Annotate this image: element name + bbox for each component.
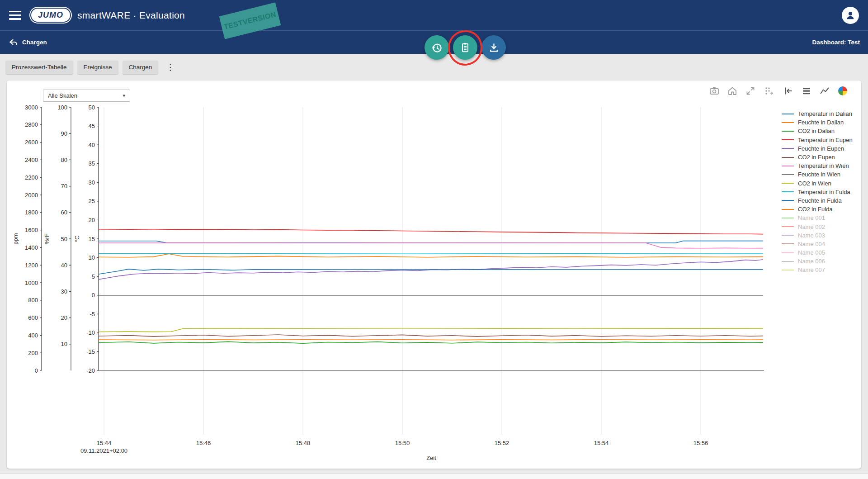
svg-text:400: 400	[28, 332, 38, 339]
chart-toolbar	[708, 85, 849, 97]
legend-item[interactable]: Name 007	[782, 266, 853, 274]
chart-canvas[interactable]: 15:4415:4615:4815:5015:5215:5415:5609.11…	[7, 81, 861, 469]
series-co2-in-eupen	[99, 335, 763, 337]
legend-label: Name 007	[798, 266, 825, 273]
legend-item[interactable]: Feuchte in Eupen	[782, 144, 853, 153]
snap-points-button[interactable]	[763, 85, 774, 97]
legend-item[interactable]: Name 002	[782, 222, 853, 231]
svg-text:15:54: 15:54	[594, 440, 609, 446]
svg-text:20: 20	[89, 217, 95, 223]
legend-label: Name 001	[798, 214, 825, 221]
back-arrow-icon	[8, 38, 18, 47]
top-bar: JUMO smartWARE · Evaluation	[0, 0, 868, 30]
legend-swatch	[782, 209, 794, 210]
rows-icon	[801, 85, 812, 96]
tab-prozesswert-tabelle[interactable]: Prozesswert-Tabelle	[5, 61, 73, 74]
legend-swatch	[782, 148, 794, 149]
legend-swatch	[782, 114, 794, 114]
palette-icon	[838, 86, 847, 95]
svg-text:35: 35	[89, 160, 95, 167]
scale-select[interactable]: Alle Skalen	[43, 90, 130, 102]
legend-label: Temperatur in Fulda	[798, 189, 850, 195]
tab-chargen[interactable]: Chargen	[123, 61, 159, 74]
legend-item[interactable]: CO2 in Dalian	[782, 127, 853, 135]
svg-text:40: 40	[61, 262, 67, 269]
home-button[interactable]	[726, 85, 738, 97]
svg-text:ppm: ppm	[12, 233, 19, 244]
curve-style-button[interactable]	[819, 85, 830, 97]
legend-item[interactable]: CO2 in Eupen	[782, 153, 853, 161]
svg-text:1800: 1800	[25, 209, 38, 216]
legend-swatch	[782, 122, 794, 123]
legend-swatch	[782, 200, 794, 201]
svg-text:800: 800	[28, 297, 38, 304]
svg-text:15: 15	[89, 236, 95, 242]
history-button[interactable]	[425, 35, 449, 60]
svg-text:15:48: 15:48	[296, 440, 311, 446]
legend-swatch	[782, 226, 794, 227]
fit-to-screen-button[interactable]	[745, 85, 756, 97]
legend-swatch	[782, 139, 794, 140]
series-co2-in-fulda	[99, 340, 763, 340]
svg-text:15:50: 15:50	[395, 440, 410, 446]
svg-text:70: 70	[61, 183, 67, 190]
svg-text:15:44: 15:44	[97, 440, 112, 446]
series-feuchte-in-dalian	[99, 254, 763, 257]
svg-text:°C: °C	[74, 236, 80, 242]
svg-text:2600: 2600	[25, 139, 38, 146]
legend-swatch	[782, 235, 794, 236]
chevron-down-icon	[123, 93, 125, 99]
series-temperatur-in-wien	[99, 243, 763, 248]
more-options-icon[interactable]	[166, 63, 175, 71]
legend-swatch	[782, 243, 794, 244]
legend-item[interactable]: Feuchte in Dalian	[782, 118, 853, 127]
legend-item[interactable]: Name 004	[782, 240, 853, 248]
expand-arrows-icon	[745, 85, 756, 96]
svg-text:09.11.2021+02:00: 09.11.2021+02:00	[80, 447, 127, 454]
svg-text:50: 50	[61, 236, 67, 242]
legend-item[interactable]: Name 001	[782, 213, 853, 222]
legend-item[interactable]: Feuchte in Fulda	[782, 196, 853, 205]
legend-item[interactable]: Temperatur in Fulda	[782, 188, 853, 196]
legend-swatch	[782, 166, 794, 166]
screenshot-button[interactable]	[708, 85, 720, 97]
legend-label: Temperatur in Eupen	[798, 137, 853, 143]
svg-text:30: 30	[89, 179, 95, 186]
legend-item[interactable]: CO2 in Fulda	[782, 205, 853, 213]
tab-ereignisse[interactable]: Ereignisse	[77, 61, 118, 74]
download-button[interactable]	[481, 35, 506, 60]
svg-text:2800: 2800	[25, 121, 38, 128]
legend-item[interactable]: Feuchte in Wien	[782, 170, 853, 179]
svg-text:200: 200	[28, 350, 38, 356]
horizontal-scrollbar[interactable]	[0, 473, 868, 479]
back-label: Chargen	[22, 39, 47, 46]
axis-start-button[interactable]	[783, 85, 794, 97]
svg-text:0: 0	[35, 367, 38, 374]
legend-item[interactable]: Name 006	[782, 257, 853, 266]
back-button[interactable]: Chargen	[8, 38, 47, 47]
palette-button[interactable]	[837, 85, 849, 97]
legend-item[interactable]: Temperatur in Wien	[782, 161, 853, 170]
scale-select-value: Alle Skalen	[48, 92, 77, 99]
svg-text:25: 25	[89, 198, 95, 204]
user-avatar-button[interactable]	[842, 7, 859, 24]
stacked-axes-button[interactable]	[801, 85, 812, 97]
legend-swatch	[782, 252, 794, 253]
svg-text:90: 90	[61, 130, 67, 137]
svg-text:15:46: 15:46	[196, 440, 211, 446]
svg-text:60: 60	[61, 209, 67, 216]
legend-item[interactable]: Name 003	[782, 231, 853, 240]
svg-text:15:56: 15:56	[693, 440, 708, 446]
svg-text:10: 10	[61, 341, 67, 347]
product-title: smartWARE · Evaluation	[77, 10, 185, 21]
legend-label: Feuchte in Wien	[798, 171, 840, 178]
menu-bar	[9, 14, 21, 16]
report-button[interactable]	[453, 35, 477, 60]
legend-item[interactable]: Temperatur in Eupen	[782, 136, 853, 144]
legend-item[interactable]: Name 005	[782, 248, 853, 257]
menu-icon[interactable]	[9, 11, 21, 20]
legend-item[interactable]: Temperatur in Dalian	[782, 109, 853, 118]
legend-item[interactable]: CO2 in Wien	[782, 179, 853, 188]
svg-text:2200: 2200	[25, 174, 38, 181]
legend-swatch	[782, 191, 794, 192]
